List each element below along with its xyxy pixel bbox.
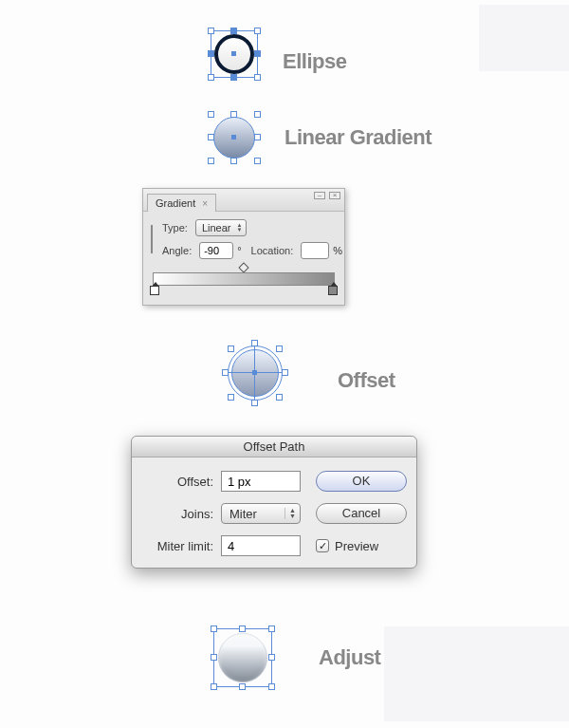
gradient-panel: Gradient × – × Type: Linear ▲▼ Angle: ° (142, 188, 345, 306)
label-offset: Offset (338, 368, 395, 393)
joins-label: Joins: (145, 507, 213, 521)
gradient-panel-body: Type: Linear ▲▼ Angle: ° Location: % (143, 212, 344, 305)
label-ellipse: Ellipse (283, 49, 346, 74)
miter-limit-input[interactable] (221, 535, 301, 556)
location-unit: % (333, 245, 342, 256)
preview-label: Preview (335, 539, 378, 553)
location-label: Location: (251, 245, 294, 256)
type-label: Type: (162, 222, 188, 233)
location-input[interactable] (301, 242, 329, 259)
dropdown-arrows-icon: ▲▼ (236, 223, 242, 233)
type-dropdown[interactable]: Linear ▲▼ (195, 219, 248, 236)
miter-limit-label: Miter limit: (145, 539, 213, 553)
offset-label: Offset: (145, 475, 213, 489)
type-value: Linear (202, 222, 231, 233)
dropdown-arrows-icon: ▲▼ (284, 508, 296, 519)
angle-unit: ° (237, 245, 241, 256)
angle-input[interactable] (199, 242, 233, 259)
ok-button[interactable]: OK (316, 471, 407, 492)
bg-patch-top (479, 5, 569, 71)
label-adjust: Adjust (319, 645, 380, 670)
gradient-tab-label: Gradient (156, 197, 195, 209)
label-linear-gradient: Linear Gradient (284, 125, 431, 150)
gradient-slider[interactable] (153, 272, 335, 286)
dialog-title: Offset Path (132, 437, 416, 457)
adjust-preview (213, 628, 272, 687)
offset-preview (226, 344, 284, 402)
angle-label: Angle: (162, 245, 192, 256)
offset-input[interactable] (221, 471, 301, 492)
joins-value: Miter (229, 507, 257, 521)
close-panel-icon[interactable]: × (329, 192, 340, 199)
offset-path-dialog: Offset Path Offset: OK Joins: Miter ▲▼ C… (131, 436, 417, 569)
ellipse-preview (211, 30, 258, 78)
gradient-stop-end[interactable] (328, 286, 338, 295)
joins-dropdown[interactable]: Miter ▲▼ (221, 503, 301, 524)
preview-checkbox[interactable]: ✓ (316, 539, 329, 552)
gradient-midpoint[interactable] (239, 262, 249, 272)
gradient-circle-preview (211, 114, 258, 161)
panel-tabbar: Gradient × – × (143, 189, 344, 212)
gradient-swatch[interactable] (151, 225, 153, 253)
minimize-icon[interactable]: – (314, 192, 325, 199)
cancel-button[interactable]: Cancel (316, 503, 407, 524)
bg-patch-bottom (384, 626, 569, 721)
gradient-tab[interactable]: Gradient × (147, 194, 216, 212)
gradient-stop-start[interactable] (150, 286, 159, 295)
close-icon[interactable]: × (202, 198, 208, 209)
